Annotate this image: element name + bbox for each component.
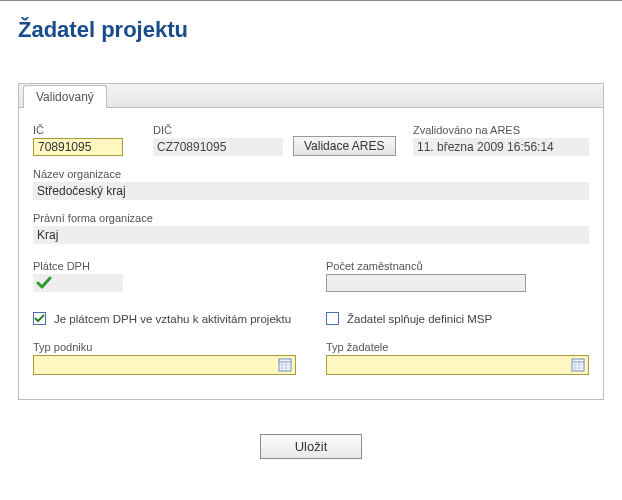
checkbox-dph-aktivity-label: Je plátcem DPH ve vztahu k aktivitám pro… <box>54 313 291 325</box>
ares-label: Zvalidováno na ARES <box>413 124 589 136</box>
tab-validovany[interactable]: Validovaný <box>23 85 107 108</box>
ic-label: IČ <box>33 124 143 136</box>
pocet-zam-input[interactable] <box>326 274 526 292</box>
nazev-org-value: Středočeský kraj <box>33 182 589 200</box>
pravni-forma-label: Právní forma organizace <box>33 212 589 224</box>
platce-dph-value <box>33 274 123 292</box>
lookup-icon <box>571 358 585 372</box>
lookup-icon <box>278 358 292 372</box>
typ-zadatele-select[interactable] <box>326 355 589 375</box>
pocet-zam-label: Počet zaměstnanců <box>326 260 589 272</box>
ares-value: 11. března 2009 16:56:14 <box>413 138 589 156</box>
form-panel: IČ 70891095 DIČ CZ70891095 Validace ARES… <box>18 107 604 400</box>
platce-dph-label: Plátce DPH <box>33 260 296 272</box>
typ-podniku-label: Typ podniku <box>33 341 296 353</box>
checkbox-dph-aktivity[interactable] <box>33 312 46 325</box>
check-icon <box>36 275 52 291</box>
validace-ares-button[interactable]: Validace ARES <box>293 136 396 156</box>
nazev-org-label: Název organizace <box>33 168 589 180</box>
typ-podniku-select[interactable] <box>33 355 296 375</box>
ic-input[interactable]: 70891095 <box>33 138 123 156</box>
page-title: Žadatel projektu <box>18 17 604 43</box>
dic-value: CZ70891095 <box>153 138 283 156</box>
typ-zadatele-label: Typ žadatele <box>326 341 589 353</box>
checkbox-msp-label: Žadatel splňuje definici MSP <box>347 313 492 325</box>
save-button[interactable]: Uložit <box>260 434 363 459</box>
checkbox-msp[interactable] <box>326 312 339 325</box>
pravni-forma-value: Kraj <box>33 226 589 244</box>
dic-label: DIČ <box>153 124 283 136</box>
tabstrip: Validovaný <box>18 83 604 107</box>
